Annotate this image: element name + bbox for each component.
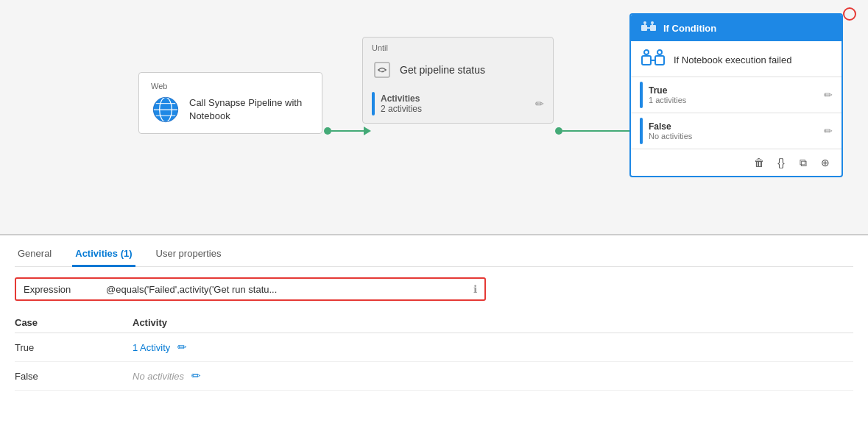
until-node[interactable]: Until Get pipeline status Activities 2 a… (362, 37, 554, 124)
if-condition-footer: 🗑 {} ⧉ ⊕ (631, 149, 841, 176)
if-true-bar (640, 82, 643, 108)
td-edit-false[interactable]: ✏ (191, 369, 201, 383)
copy-icon[interactable]: ⧉ (794, 154, 812, 171)
code-icon[interactable]: {} (772, 154, 790, 171)
if-condition-header-label: If Condition (663, 23, 716, 34)
delete-icon[interactable]: 🗑 (750, 154, 768, 171)
expression-info-icon: ℹ (473, 283, 477, 295)
tab-user-properties[interactable]: User properties (153, 242, 225, 267)
svg-rect-8 (650, 25, 656, 31)
if-false-label: False (649, 121, 818, 132)
if-true-edit-pencil[interactable]: ✏ (824, 89, 833, 101)
td-activity-true[interactable]: 1 Activity (133, 342, 170, 353)
svg-rect-15 (655, 56, 664, 65)
tab-activities[interactable]: Activities (1) (72, 242, 135, 267)
until-edit-pencil[interactable]: ✏ (535, 98, 544, 110)
td-activity-false: No activities (133, 371, 184, 382)
td-case-true: True (15, 342, 133, 353)
table-row-false: False No activities ✏ (15, 362, 853, 391)
web-node[interactable]: Web Call Synapse Pipeline with Notebook (138, 72, 322, 134)
table-row-true: True 1 Activity ✏ (15, 333, 853, 362)
svg-point-19 (657, 50, 662, 54)
if-condition-title: If Notebook execution failed (674, 54, 791, 67)
web-node-label: Web (151, 82, 310, 90)
if-condition-body-icon (640, 47, 666, 74)
arrow-until-if (555, 127, 638, 135)
expand-icon[interactable]: ⊕ (816, 154, 834, 171)
until-activities: Activities 2 activities ✏ (363, 88, 553, 123)
if-condition-header-icon (640, 19, 657, 37)
case-table: Case Activity True 1 Activity ✏ False No… (15, 314, 853, 391)
if-condition-node[interactable]: If Condition If Notebook execution faile… (629, 13, 843, 177)
activities-count: 2 activities (381, 104, 422, 114)
if-false-row[interactable]: False No activities ✏ (631, 113, 841, 149)
svg-point-12 (651, 21, 654, 24)
if-condition-body: If Notebook execution failed (631, 41, 841, 77)
expression-input[interactable] (106, 284, 465, 295)
if-condition-header: If Condition (631, 15, 841, 41)
svg-rect-14 (642, 56, 651, 65)
expression-label: Expression (24, 284, 97, 295)
table-header-row: Case Activity (15, 314, 853, 333)
if-true-row[interactable]: True 1 activities ✏ (631, 77, 841, 113)
if-false-sub: No activities (649, 132, 818, 141)
if-false-bar (640, 118, 643, 144)
web-node-title: Call Synapse Pipeline with Notebook (189, 96, 310, 123)
if-true-sub: 1 activities (649, 96, 818, 104)
svg-rect-7 (641, 25, 647, 31)
globe-icon (151, 95, 180, 124)
svg-rect-6 (375, 63, 389, 77)
activities-label: Activities (381, 93, 529, 104)
if-false-edit-pencil[interactable]: ✏ (824, 125, 833, 137)
pipeline-canvas: Web Call Synapse Pipeline with Notebook … (0, 0, 868, 235)
bottom-panel: General Activities (1) User properties E… (0, 235, 868, 391)
until-icon (372, 60, 392, 80)
arrow-web-until (324, 127, 371, 135)
td-case-false: False (15, 371, 133, 382)
th-activity: Activity (133, 317, 853, 328)
svg-point-10 (643, 21, 646, 24)
tabs-bar: General Activities (1) User properties (15, 235, 853, 267)
red-circle-indicator (843, 7, 856, 21)
until-node-title: Get pipeline status (400, 64, 485, 76)
tab-general[interactable]: General (15, 242, 54, 267)
td-edit-true[interactable]: ✏ (177, 341, 187, 354)
svg-point-17 (644, 50, 649, 54)
th-case: Case (15, 317, 133, 328)
if-true-label: True (649, 85, 818, 96)
until-node-header: Until (363, 38, 553, 55)
activities-bar (372, 92, 375, 115)
expression-section[interactable]: Expression ℹ (15, 277, 486, 301)
